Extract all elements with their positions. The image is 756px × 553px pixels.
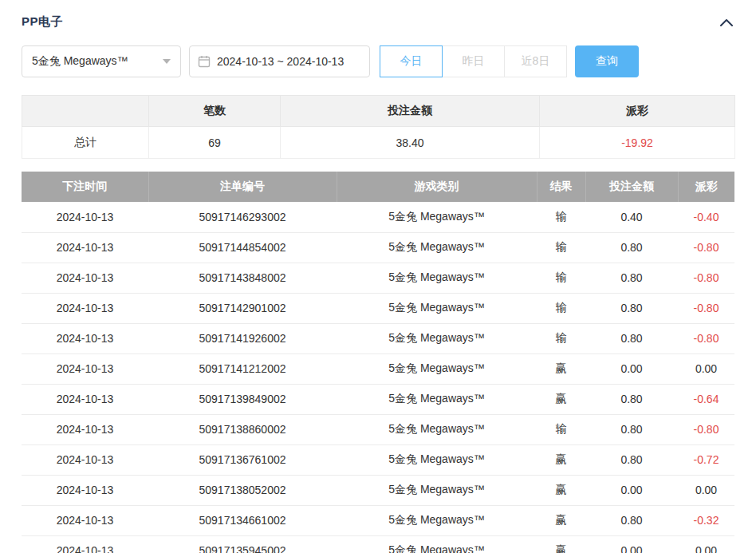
payout-cell: -0.40 xyxy=(678,202,734,232)
game-category-cell: 5金兔 Megaways™ xyxy=(337,505,537,535)
result-cell: 输 xyxy=(537,232,585,263)
result-cell: 输 xyxy=(537,414,585,444)
result-cell: 赢 xyxy=(537,535,585,553)
summary-total-label: 总计 xyxy=(22,127,149,159)
calendar-icon xyxy=(198,55,211,68)
table-row: 2024-10-13509171388600025金兔 Megaways™输0.… xyxy=(22,414,734,444)
table-row: 2024-10-13509171438480025金兔 Megaways™输0.… xyxy=(22,263,734,293)
game-category-cell: 5金兔 Megaways™ xyxy=(337,263,537,293)
order-number-cell: 50917138860002 xyxy=(148,414,337,444)
bet-amount-cell: 0.80 xyxy=(585,444,678,475)
bet-time-cell: 2024-10-13 xyxy=(22,202,148,232)
order-number-cell: 50917136761002 xyxy=(148,444,337,475)
table-row: 2024-10-13509171462930025金兔 Megaways™输0.… xyxy=(22,202,734,232)
bet-time-cell: 2024-10-13 xyxy=(22,505,148,535)
bet-time-cell: 2024-10-13 xyxy=(22,414,148,444)
bet-amount-cell: 0.80 xyxy=(585,293,678,323)
bet-amount-cell: 0.00 xyxy=(585,535,678,553)
detail-header-row: 下注时间 注单编号 游戏类别 结果 投注金额 派彩 xyxy=(22,172,734,202)
game-category-cell: 5金兔 Megaways™ xyxy=(337,414,537,444)
table-row: 2024-10-13509171398490025金兔 Megaways™赢0.… xyxy=(22,384,734,414)
chevron-down-icon xyxy=(163,59,171,64)
game-category-cell: 5金兔 Megaways™ xyxy=(337,475,537,505)
page-title: PP电子 xyxy=(22,14,63,30)
table-row: 2024-10-13509171359450025金兔 Megaways™赢0.… xyxy=(22,535,734,553)
payout-cell: -0.80 xyxy=(678,232,734,263)
game-category-cell: 5金兔 Megaways™ xyxy=(337,384,537,414)
result-cell: 赢 xyxy=(537,354,585,384)
payout-cell: -0.80 xyxy=(678,323,734,354)
summary-total-payout: -19.92 xyxy=(540,127,735,159)
table-row: 2024-10-13509171346610025金兔 Megaways™赢0.… xyxy=(22,505,734,535)
summary-total-bet-amount: 38.40 xyxy=(281,127,540,159)
search-button[interactable]: 查询 xyxy=(575,45,639,77)
bet-time-cell: 2024-10-13 xyxy=(22,232,148,263)
result-cell: 输 xyxy=(537,202,585,232)
game-category-cell: 5金兔 Megaways™ xyxy=(337,232,537,263)
summary-header-row: 笔数 投注金额 派彩 xyxy=(22,96,735,127)
bet-amount-cell: 0.80 xyxy=(585,323,678,354)
summary-table: 笔数 投注金额 派彩 总计 69 38.40 -19.92 xyxy=(22,95,735,159)
summary-total-row: 总计 69 38.40 -19.92 xyxy=(22,127,735,159)
summary-total-count: 69 xyxy=(149,127,281,159)
result-cell: 输 xyxy=(537,293,585,323)
payout-cell: 0.00 xyxy=(678,535,734,553)
collapse-button[interactable] xyxy=(719,17,734,28)
game-category-cell: 5金兔 Megaways™ xyxy=(337,323,537,354)
bet-time-cell: 2024-10-13 xyxy=(22,475,148,505)
bet-amount-cell: 0.80 xyxy=(585,384,678,414)
table-row: 2024-10-13509171419260025金兔 Megaways™输0.… xyxy=(22,323,734,354)
bet-amount-cell: 0.80 xyxy=(585,263,678,293)
last-8-days-button[interactable]: 近8日 xyxy=(504,45,567,77)
bet-time-cell: 2024-10-13 xyxy=(22,293,148,323)
panel-header: PP电子 xyxy=(22,14,734,30)
date-range-input[interactable]: 2024-10-13 ~ 2024-10-13 xyxy=(189,45,370,77)
table-row: 2024-10-13509171380520025金兔 Megaways™赢0.… xyxy=(22,475,734,505)
filter-bar: 5金兔 Megaways™ 2024-10-13 ~ 2024-10-13 今日… xyxy=(22,45,734,77)
result-cell: 赢 xyxy=(537,475,585,505)
table-row: 2024-10-13509171429010025金兔 Megaways™输0.… xyxy=(22,293,734,323)
bet-time-cell: 2024-10-13 xyxy=(22,444,148,475)
order-number-cell: 50917144854002 xyxy=(148,232,337,263)
payout-cell: -0.72 xyxy=(678,444,734,475)
yesterday-button[interactable]: 昨日 xyxy=(442,45,505,77)
detail-header-game-category: 游戏类别 xyxy=(337,172,537,202)
bet-time-cell: 2024-10-13 xyxy=(22,323,148,354)
game-select[interactable]: 5金兔 Megaways™ xyxy=(22,45,181,77)
bet-amount-cell: 0.40 xyxy=(585,202,678,232)
bet-time-cell: 2024-10-13 xyxy=(22,354,148,384)
bet-amount-cell: 0.80 xyxy=(585,414,678,444)
game-select-value: 5金兔 Megaways™ xyxy=(32,54,128,69)
quick-date-button-group: 今日 昨日 近8日 xyxy=(380,45,567,77)
payout-cell: 0.00 xyxy=(678,475,734,505)
order-number-cell: 50917142901002 xyxy=(148,293,337,323)
order-number-cell: 50917134661002 xyxy=(148,505,337,535)
table-row: 2024-10-13509171367610025金兔 Megaways™赢0.… xyxy=(22,444,734,475)
bet-detail-table: 下注时间 注单编号 游戏类别 结果 投注金额 派彩 2024-10-135091… xyxy=(22,172,734,553)
date-range-value: 2024-10-13 ~ 2024-10-13 xyxy=(217,55,344,68)
payout-cell: -0.80 xyxy=(678,263,734,293)
payout-cell: -0.32 xyxy=(678,505,734,535)
summary-header-bet-amount: 投注金额 xyxy=(281,96,540,127)
summary-header-count: 笔数 xyxy=(149,96,281,127)
payout-cell: 0.00 xyxy=(678,354,734,384)
bet-amount-cell: 0.00 xyxy=(585,475,678,505)
order-number-cell: 50917141926002 xyxy=(148,323,337,354)
table-row: 2024-10-13509171448540025金兔 Megaways™输0.… xyxy=(22,232,734,263)
today-button[interactable]: 今日 xyxy=(380,45,443,77)
detail-header-bet-amount: 投注金额 xyxy=(585,172,678,202)
result-cell: 输 xyxy=(537,263,585,293)
result-cell: 赢 xyxy=(537,444,585,475)
result-cell: 赢 xyxy=(537,384,585,414)
payout-cell: -0.64 xyxy=(678,384,734,414)
summary-header-blank xyxy=(22,96,149,127)
game-category-cell: 5金兔 Megaways™ xyxy=(337,444,537,475)
chevron-up-icon xyxy=(720,18,733,26)
result-cell: 输 xyxy=(537,323,585,354)
order-number-cell: 50917135945002 xyxy=(148,535,337,553)
table-row: 2024-10-13509171412120025金兔 Megaways™赢0.… xyxy=(22,354,734,384)
detail-header-result: 结果 xyxy=(537,172,585,202)
bet-amount-cell: 0.80 xyxy=(585,232,678,263)
bet-time-cell: 2024-10-13 xyxy=(22,535,148,553)
bet-amount-cell: 0.80 xyxy=(585,505,678,535)
